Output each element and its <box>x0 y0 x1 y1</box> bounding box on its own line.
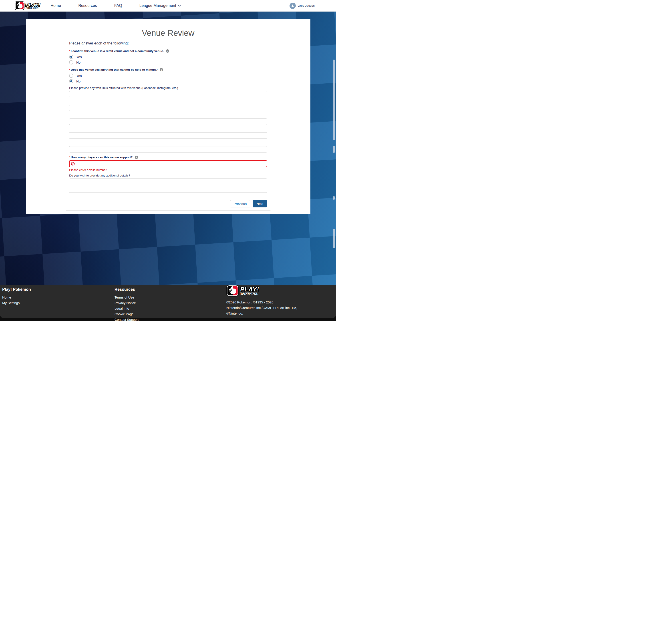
scrollbar-thumb[interactable] <box>333 60 335 140</box>
nav-item-league-management[interactable]: League Management <box>139 3 181 8</box>
play-pokemon-logo[interactable]: PLAY! POKÉMON. <box>15 2 40 10</box>
checkered-background: Venue Review Please answer each of the f… <box>0 11 336 285</box>
brand-play-text: PLAY! <box>26 2 40 7</box>
brand-pokemon-text: POKÉMON. <box>26 7 40 9</box>
weblinks-label: Please provide any web links affiliated … <box>69 86 267 90</box>
minors-option-yes[interactable]: Yes <box>69 73 267 78</box>
nav-item-home[interactable]: Home <box>50 3 61 8</box>
user-name: Greg Jacobs <box>297 4 315 7</box>
footer-panel: Play! Pokémon Home My Settings Resources… <box>0 285 336 318</box>
page-title: Venue Review <box>69 29 267 38</box>
play-pokemon-logo-icon <box>227 285 238 296</box>
user-avatar-icon <box>290 3 296 9</box>
radio-unselected-icon[interactable] <box>69 74 73 78</box>
previous-button[interactable]: Previous <box>230 200 250 207</box>
retail-option-yes[interactable]: Yes <box>69 54 267 59</box>
nav-item-resources[interactable]: Resources <box>78 3 97 8</box>
weblink-input-3[interactable] <box>69 118 267 125</box>
retail-option-no[interactable]: No <box>69 60 267 64</box>
radio-unselected-icon[interactable] <box>69 60 73 64</box>
invalid-prohibited-icon <box>71 162 75 166</box>
footer-resources-column: Resources Terms of Use Privacy Notice Le… <box>115 287 139 321</box>
next-button[interactable]: Next <box>253 200 267 207</box>
nav-item-faq[interactable]: FAQ <box>114 3 122 8</box>
footer-link-contact-support[interactable]: Contact Support <box>115 317 139 321</box>
additional-details-textarea[interactable] <box>69 179 267 193</box>
required-asterisk: * <box>69 49 70 53</box>
footer-link-legal[interactable]: Legal Info <box>115 306 139 311</box>
user-menu[interactable]: Greg Jacobs <box>290 3 315 9</box>
info-icon[interactable]: i <box>166 49 169 53</box>
player-capacity-input[interactable] <box>69 160 267 167</box>
weblink-input-4[interactable] <box>69 132 267 139</box>
footer-resources-heading: Resources <box>115 287 139 292</box>
form-intro: Please answer each of the following: <box>69 41 267 46</box>
radio-selected-icon[interactable] <box>69 79 73 84</box>
footer-link-home[interactable]: Home <box>2 295 31 300</box>
chevron-down-icon <box>178 5 181 7</box>
required-asterisk: * <box>69 68 70 72</box>
info-icon[interactable]: i <box>160 68 163 72</box>
scrollbar-thumb[interactable] <box>333 146 335 153</box>
info-icon[interactable]: i <box>135 156 138 159</box>
scrollbar-thumb[interactable] <box>333 229 335 248</box>
weblink-input-2[interactable] <box>69 105 267 111</box>
footer-link-privacy[interactable]: Privacy Notice <box>115 300 139 306</box>
top-nav: PLAY! POKÉMON. Home Resources FAQ League… <box>0 0 336 12</box>
footer-brand-column: Play! Pokémon Home My Settings <box>2 287 31 306</box>
play-pokemon-logo-icon <box>15 2 24 10</box>
card-footer: Previous Next <box>65 197 271 210</box>
venue-review-card: Venue Review Please answer each of the f… <box>65 23 271 210</box>
question-sell-minors: * Does this venue sell anything that can… <box>69 68 267 72</box>
radio-selected-icon[interactable] <box>69 55 73 59</box>
details-label: Do you wish to provide any additional de… <box>69 174 267 177</box>
site-footer: Play! Pokémon Home My Settings Resources… <box>0 285 336 321</box>
weblink-input-1[interactable] <box>69 91 267 98</box>
minors-option-no[interactable]: No <box>69 79 267 84</box>
question-player-capacity: * How many players can this venue suppor… <box>69 156 267 159</box>
copyright-text: ©2026 Pokémon. ©1995 - 2026 Nintendo/Cre… <box>226 299 311 316</box>
question-retail-venue: * I confirm this venue is a retail venue… <box>69 49 267 53</box>
required-asterisk: * <box>69 156 70 159</box>
footer-link-terms[interactable]: Terms of Use <box>115 295 139 300</box>
footer-link-cookie[interactable]: Cookie Page <box>115 311 139 317</box>
nav-links: Home Resources FAQ League Management <box>50 3 181 8</box>
footer-link-my-settings[interactable]: My Settings <box>2 300 31 306</box>
footer-play-pokemon-logo: PLAY! POKÉMON. <box>227 285 259 296</box>
content-surface: Venue Review Please answer each of the f… <box>26 19 310 214</box>
validation-error-message: Please enter a valid number. <box>69 168 267 171</box>
footer-brand-heading: Play! Pokémon <box>2 287 31 292</box>
weblink-input-5[interactable] <box>69 146 267 153</box>
footer-legal-column: PLAY! POKÉMON. ©2026 Pokémon. ©1995 - 20… <box>226 285 311 316</box>
scrollbar-thumb[interactable] <box>333 196 335 200</box>
